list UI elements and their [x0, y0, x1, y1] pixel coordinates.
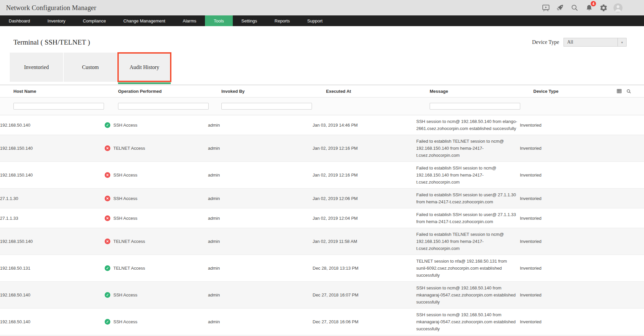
col-message[interactable]: Message: [430, 89, 533, 94]
host-name-cell: 192.168.50.140: [0, 122, 105, 129]
settings-gear-icon[interactable]: [599, 3, 608, 12]
table-body: 192.168.50.140 SSH Access admin Jan 03, …: [0, 115, 644, 336]
filter-operation-input[interactable]: [118, 103, 209, 110]
executed-at-cell: Dec 27, 2018 16:07 PM: [313, 291, 416, 298]
nav-item-label: Compliance: [83, 18, 106, 23]
message-cell: Failed to establish SSH session to user@…: [416, 211, 520, 225]
filter-invoked-by-input[interactable]: [221, 103, 312, 110]
invoked-by-cell: admin: [208, 172, 313, 179]
nav-item-label: Tools: [214, 18, 224, 23]
operation-cell: SSH Access: [105, 195, 208, 202]
filter-message-input[interactable]: [430, 103, 520, 110]
message-cell: Failed to establish TELNET session to nc…: [416, 138, 520, 159]
table-search-icon[interactable]: [626, 89, 631, 94]
operation-status-icon: [105, 292, 110, 298]
nav-item[interactable]: Reports: [266, 15, 299, 26]
executed-at-cell: Jan 02, 2019 12:04 PM: [313, 215, 416, 222]
tab-label: Audit History: [129, 64, 159, 70]
rocket-icon[interactable]: [556, 3, 565, 12]
message-cell: TELNET session to nfa@ 192.168.50.131 fr…: [416, 258, 520, 279]
nav-item[interactable]: Tools: [205, 15, 232, 26]
nav-item-label: Support: [307, 18, 323, 23]
terminal-tabs: Inventoried Custom Audit History: [10, 53, 644, 82]
host-name-cell: 192.168.150.140: [0, 172, 105, 179]
col-operation-performed[interactable]: Operation Performed: [118, 89, 221, 94]
operation-cell: SSH Access: [105, 291, 208, 298]
operation-label: SSH Access: [113, 318, 138, 325]
operation-status-icon: [105, 239, 110, 244]
table-header: Host Name Operation Performed Invoked By…: [0, 85, 644, 97]
chevron-down-icon[interactable]: ▾: [618, 38, 626, 46]
message-cell: Failed to establish SSH session to ncm@ …: [416, 164, 520, 186]
column-chooser-icon[interactable]: [616, 88, 622, 94]
host-name-cell: 192.168.50.140: [0, 318, 105, 325]
executed-at-cell: Dec 27, 2018 16:06 PM: [313, 318, 416, 325]
table-row: 27.1.1.33 SSH Access admin Jan 02, 2019 …: [0, 208, 644, 228]
table-header-icons: [616, 85, 631, 97]
executed-at-cell: Dec 28, 2018 13:13 PM: [313, 265, 416, 272]
nav-item[interactable]: Inventory: [39, 15, 74, 26]
host-name-cell: 27.1.1.33: [0, 215, 105, 222]
tab-label: Custom: [82, 64, 99, 70]
nav-item[interactable]: Compliance: [74, 15, 115, 26]
device-type-label: Device Type: [532, 39, 559, 45]
col-device-type[interactable]: Device Type: [533, 89, 631, 94]
operation-cell: SSH Access: [105, 172, 208, 179]
search-icon[interactable]: [570, 3, 579, 12]
device-type-cell: Inventoried: [520, 195, 644, 202]
device-type-select[interactable]: All ▾: [564, 38, 627, 47]
device-type-cell: Inventoried: [520, 291, 644, 298]
invoked-by-cell: admin: [208, 291, 313, 298]
col-host-name[interactable]: Host Name: [13, 89, 118, 94]
invoked-by-cell: admin: [208, 318, 313, 325]
demo-screen-icon[interactable]: [541, 3, 550, 12]
invoked-by-cell: admin: [208, 238, 313, 245]
filter-row: [0, 97, 644, 115]
operation-status-icon: [105, 319, 110, 325]
table-row: 192.168.150.140 SSH Access admin Jan 02,…: [0, 162, 644, 189]
tab[interactable]: Custom: [64, 53, 117, 82]
filter-host-input[interactable]: [13, 103, 104, 110]
tab[interactable]: Audit History: [118, 53, 171, 82]
table-row: 192.168.50.140 SSH Access admin Dec 27, …: [0, 282, 644, 309]
operation-cell: TELNET Access: [105, 238, 208, 245]
nav-item[interactable]: Alarms: [174, 15, 205, 26]
notification-bell-icon[interactable]: 4: [585, 3, 593, 12]
col-invoked-by[interactable]: Invoked By: [221, 89, 326, 94]
nav-item[interactable]: Change Management: [115, 15, 174, 26]
page-head: Terminal ( SSH/TELNET ) Device Type All …: [0, 26, 644, 47]
host-name-cell: 192.168.50.140: [0, 291, 105, 298]
top-bar: Network Configuration Manager: [0, 0, 644, 15]
device-type-cell: Inventoried: [520, 172, 644, 179]
host-name-cell: 192.168.150.140: [0, 145, 105, 152]
device-type-control: Device Type All ▾: [532, 38, 627, 47]
invoked-by-cell: admin: [208, 122, 313, 129]
device-type-cell: Inventoried: [520, 318, 644, 325]
device-type-cell: Inventoried: [520, 265, 644, 272]
invoked-by-cell: admin: [208, 265, 313, 272]
operation-cell: TELNET Access: [105, 265, 208, 272]
invoked-by-cell: admin: [208, 145, 313, 152]
invoked-by-cell: admin: [208, 195, 313, 202]
nav-item[interactable]: Settings: [233, 15, 266, 26]
nav-item-label: Reports: [275, 18, 290, 23]
col-executed-at[interactable]: Executed At: [326, 89, 430, 94]
table-row: 192.168.50.131 TELNET Access admin Dec 2…: [0, 255, 644, 282]
nav-item[interactable]: Support: [299, 15, 331, 26]
invoked-by-cell: admin: [208, 215, 313, 222]
host-name-cell: 192.168.150.140: [0, 238, 105, 245]
host-name-cell: 192.168.50.131: [0, 265, 105, 272]
user-avatar[interactable]: [613, 3, 623, 12]
notification-badge: 4: [591, 1, 596, 6]
device-type-cell: Inventoried: [520, 122, 644, 129]
device-type-cell: Inventoried: [520, 145, 644, 152]
message-cell: SSH session to ncm@ 192.168.50.140 from …: [416, 311, 520, 332]
nav-item-label: Change Management: [123, 18, 165, 23]
operation-status-icon: [105, 145, 110, 151]
nav-item[interactable]: Dashboard: [0, 15, 39, 26]
table-row: 192.168.50.140 SSH Access admin Jan 03, …: [0, 115, 644, 135]
tab[interactable]: Inventoried: [10, 53, 63, 82]
device-type-cell: Inventoried: [520, 238, 644, 245]
topbar-icon-group: 4: [541, 3, 623, 12]
operation-status-icon: [105, 196, 110, 201]
